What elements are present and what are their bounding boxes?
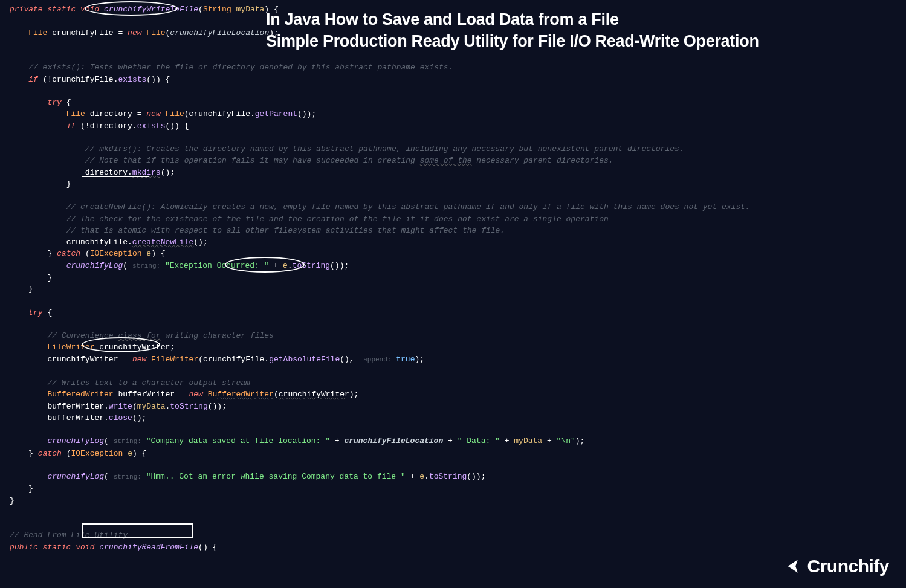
var: crunchifyFile bbox=[52, 75, 113, 84]
var: crunchifyWriter bbox=[47, 355, 118, 364]
hint: string: bbox=[114, 473, 141, 480]
type-ioexception: IOException bbox=[90, 249, 142, 258]
comment: // Read From File Utility bbox=[10, 531, 128, 540]
method-name: crunchifyWriteToFile bbox=[104, 5, 198, 14]
comment: // Writes text to a character-output str… bbox=[47, 378, 250, 387]
var-e: e bbox=[146, 249, 151, 258]
arg-wave: crunchifyWrite bbox=[279, 390, 345, 399]
call-tostring: toString bbox=[293, 261, 330, 270]
kw-void: void bbox=[80, 5, 99, 14]
param-name: myData bbox=[236, 5, 265, 14]
brand-logo: Crunchify bbox=[780, 555, 889, 577]
call-createnewfile: createNewFile bbox=[132, 237, 193, 247]
param-type: String bbox=[203, 5, 231, 14]
kw-public-static: public static bbox=[10, 543, 71, 552]
call-tostring: toString bbox=[429, 472, 467, 481]
comment: // The check for the existence of the fi… bbox=[66, 215, 609, 224]
ctor-part: Bu bbox=[208, 390, 218, 399]
type-ioexception: IOException bbox=[71, 449, 123, 458]
type-filewriter: FileWriter bbox=[47, 343, 94, 352]
var-e: e bbox=[419, 472, 424, 481]
obj: crunchifyFile bbox=[203, 355, 264, 364]
call-exists: exists bbox=[118, 75, 146, 84]
kw-private-static: private static bbox=[10, 5, 76, 14]
overlay-title: In Java How to Save and Load Data from a… bbox=[266, 8, 888, 52]
call-write: write bbox=[109, 402, 132, 411]
field: crunchifyFileLocation bbox=[344, 436, 443, 445]
call-close: close bbox=[109, 413, 132, 422]
str: "Company data saved at file location: " bbox=[146, 436, 330, 445]
obj: bufferWriter bbox=[47, 413, 104, 422]
comment: // createNewFile(): Atomically creates a… bbox=[66, 202, 750, 212]
kw-void: void bbox=[76, 543, 94, 552]
comment-part: // Note that if this operation fails it … bbox=[85, 156, 420, 165]
type-bufferedwriter: BufferedWriter bbox=[47, 390, 113, 399]
comment-exists: // exists(): Tests whether the file or d… bbox=[28, 63, 453, 72]
overlay-line2: Simple Production Ready Utility for File… bbox=[266, 30, 888, 52]
obj: myData bbox=[137, 402, 166, 411]
val-true: true bbox=[396, 355, 415, 364]
str: "\n" bbox=[557, 436, 575, 445]
str: "Hmm.. Got an error while saving Company… bbox=[146, 472, 406, 481]
call-exists: exists bbox=[137, 121, 166, 131]
call-mkdirs: mkdirs bbox=[132, 168, 161, 177]
kw-new: new bbox=[128, 28, 141, 37]
arg-tail: r bbox=[345, 390, 349, 399]
str: "Exception Occurred: " bbox=[165, 261, 269, 270]
brand-text: Crunchify bbox=[807, 560, 889, 572]
obj: bufferWriter bbox=[47, 402, 104, 411]
kw-catch: catch bbox=[57, 249, 80, 258]
var-crunchifyfile: crunchifyFile bbox=[52, 28, 113, 37]
ctor: File bbox=[166, 109, 184, 118]
call-crunchifylog: crunchifyLog bbox=[47, 436, 104, 445]
call-getabsolutefile: getAbsoluteFile bbox=[269, 355, 340, 364]
overlay-line1: In Java How to Save and Load Data from a… bbox=[266, 8, 888, 30]
hint: string: bbox=[114, 438, 141, 445]
comment: // that is atomic with respect to all ot… bbox=[66, 226, 505, 235]
kw-if: if bbox=[66, 121, 76, 131]
comment: // mkdirs(): Creates the directory named… bbox=[85, 144, 684, 153]
kw-catch: catch bbox=[38, 449, 62, 458]
code-block: private static void crunchifyWriteToFile… bbox=[0, 0, 906, 553]
call-crunchifylog: crunchifyLog bbox=[66, 261, 123, 270]
field-fileloc: crunchifyFileLocation bbox=[170, 28, 269, 37]
str: " Data: " bbox=[458, 436, 500, 445]
comment-wave: class for bbox=[118, 331, 160, 340]
ctor-wave: fferedWriter bbox=[217, 390, 274, 399]
kw-new: new bbox=[132, 355, 146, 364]
kw-if: if bbox=[28, 75, 38, 84]
call-getparent: getParent bbox=[255, 109, 297, 118]
call-tostring: toString bbox=[170, 402, 207, 411]
var-crunchifywriter: crunchifyWriter bbox=[99, 343, 170, 352]
var-directory: directory bbox=[90, 109, 132, 118]
crunchify-icon bbox=[780, 555, 802, 577]
ctor-file: File bbox=[146, 28, 165, 37]
method-name: crunchifyReadFromFile bbox=[99, 543, 198, 552]
call-crunchifylog: crunchifyLog bbox=[47, 472, 104, 481]
type-file: File bbox=[28, 28, 47, 37]
comment-wave: some of the bbox=[420, 156, 472, 165]
obj: crunchifyFile bbox=[66, 237, 128, 247]
hint: append: bbox=[363, 356, 391, 363]
var: myData bbox=[514, 436, 542, 445]
type: File bbox=[66, 109, 85, 118]
kw-new: new bbox=[189, 390, 203, 399]
kw-try: try bbox=[47, 98, 61, 107]
kw-try: try bbox=[28, 308, 42, 317]
kw-new: new bbox=[146, 109, 160, 118]
hint: string: bbox=[132, 262, 160, 270]
var-e: e bbox=[283, 261, 288, 270]
var-e: e bbox=[128, 449, 132, 458]
ctor-filewriter: FileWriter bbox=[151, 355, 198, 364]
obj: directory bbox=[85, 168, 128, 177]
op-plus: + bbox=[273, 261, 278, 270]
var-bufferwriter: bufferWriter bbox=[118, 390, 175, 399]
obj: crunchifyFile bbox=[189, 109, 250, 118]
obj: directory bbox=[90, 121, 132, 131]
comment-part: necessary parent directories. bbox=[472, 156, 613, 165]
